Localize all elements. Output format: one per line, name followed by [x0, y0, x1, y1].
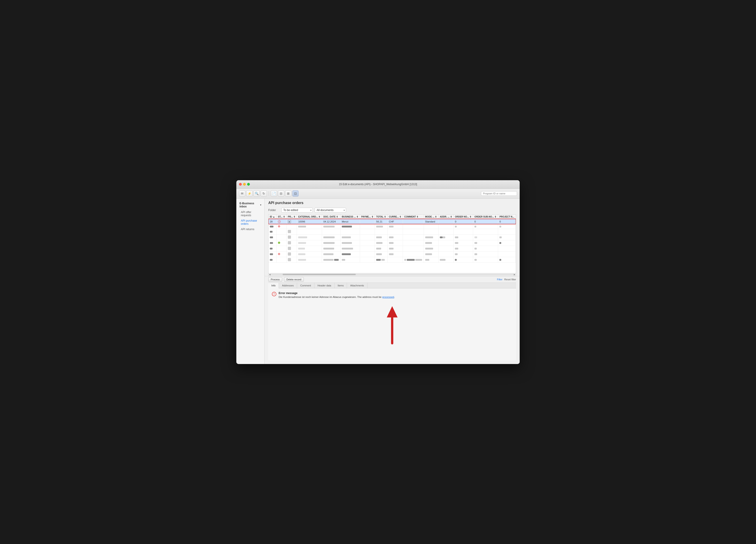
application-window: 15 Edit e-documents (API) - SHOPAPI_Webw…: [236, 180, 520, 364]
sidebar-item-api-returns[interactable]: API returns: [236, 226, 264, 232]
program-search-input[interactable]: [481, 191, 517, 196]
scrollbar-track: [271, 274, 514, 275]
cell-payme: [360, 219, 375, 224]
col-header-project-n[interactable]: PROJECT N...: [498, 214, 516, 219]
scrollbar-thumb[interactable]: [283, 274, 356, 275]
cell-order-no: 0: [454, 219, 473, 224]
traffic-lights: [239, 183, 250, 185]
calendar-view-icon[interactable]: ⊞: [285, 190, 291, 197]
sidebar-item-api-purchase-orders[interactable]: API purchase orders: [236, 218, 264, 226]
main-content: E-Business inbox ▾ API offer requests AP…: [236, 199, 520, 364]
folder-label: Folder: [268, 208, 280, 212]
col-header-comment[interactable]: COMMENT ⇕: [403, 214, 424, 219]
table-row[interactable]: [268, 234, 516, 240]
table-row[interactable]: [268, 246, 516, 251]
col-header-total[interactable]: TOTAL ⇕: [375, 214, 387, 219]
scroll-left-arrow[interactable]: ◀: [269, 274, 271, 276]
error-title: Error message: [279, 292, 395, 295]
sidebar-section-label: E-Business inbox: [239, 202, 259, 208]
toolbar-separator-1: [269, 191, 269, 196]
content-area: API purchase orders Folder To be edited …: [265, 199, 520, 364]
error-message: Die Kundenadresse ist noch keiner Adress…: [279, 296, 395, 298]
col-header-id[interactable]: ID ▲: [268, 214, 276, 219]
error-punctuation: .: [394, 296, 395, 298]
details-panel: Info Addresses Comment Header data Items: [268, 283, 516, 361]
error-content: Error message Die Kundenadresse ist noch…: [279, 292, 395, 298]
cell-doc-date: 04.12.2024: [322, 219, 340, 224]
table-row[interactable]: [268, 257, 516, 262]
table-header-row: ID ▲ ST... ⇕ PR... ⇕ EXTERNAL ORD... ⇕ D…: [268, 214, 516, 219]
sidebar-item-api-offer-requests[interactable]: API offer requests: [236, 209, 264, 218]
chevron-down-icon: ▾: [260, 204, 261, 206]
data-table-container: ID ▲ ST... ⇕ PR... ⇕ EXTERNAL ORD... ⇕ D…: [268, 214, 516, 276]
refresh-icon[interactable]: ↻: [261, 190, 267, 197]
minimize-button[interactable]: [243, 183, 246, 185]
scroll-right-arrow[interactable]: ▶: [514, 274, 515, 276]
processed-link[interactable]: processed: [382, 296, 394, 298]
horizontal-scrollbar[interactable]: ◀ ▶: [268, 273, 516, 276]
col-header-currency[interactable]: CURRE... ⇕: [387, 214, 403, 219]
documents-select-wrapper: All documents: [315, 208, 346, 212]
sidebar: E-Business inbox ▾ API offer requests AP…: [236, 199, 265, 364]
table-row[interactable]: [268, 224, 516, 229]
tabs-bar: Info Addresses Comment Header data Items: [268, 283, 516, 289]
col-header-st[interactable]: ST... ⇕: [276, 214, 286, 219]
error-status-icon: !: [278, 220, 281, 223]
col-header-order-sub-no[interactable]: ORDER SUB-NO... ⇕: [473, 214, 498, 219]
folder-select[interactable]: To be edited: [281, 208, 313, 212]
cell-st: !: [276, 219, 286, 224]
tab-addresses[interactable]: Addresses: [279, 283, 297, 288]
col-header-order-no[interactable]: ORDER NO... ⇕: [454, 214, 473, 219]
tab-attachments[interactable]: Attachments: [347, 283, 367, 288]
cell-addr: [438, 219, 454, 224]
tab-info[interactable]: Info: [268, 283, 279, 289]
details-content: ! Error message Die Kundenadresse ist no…: [268, 289, 516, 361]
table-wrapper[interactable]: ID ▲ ST... ⇕ PR... ⇕ EXTERNAL ORD... ⇕ D…: [268, 214, 516, 273]
table-row[interactable]: [268, 229, 516, 234]
filter-label: Filter: [497, 278, 502, 281]
error-box: ! Error message Die Kundenadresse ist no…: [272, 292, 512, 298]
cell-pr: ▦: [286, 219, 297, 224]
cell-project-n: 0: [498, 219, 516, 224]
svg-marker-2: [387, 306, 398, 318]
reset-filter-label[interactable]: Reset filter: [504, 278, 516, 281]
close-button[interactable]: [239, 183, 242, 185]
sidebar-section-header[interactable]: E-Business inbox ▾: [236, 200, 264, 209]
error-icon: !: [272, 292, 276, 296]
col-header-external-ord[interactable]: EXTERNAL ORD... ⇕: [297, 214, 322, 219]
table-row[interactable]: [268, 240, 516, 246]
table-row-selected[interactable]: 28 ! ▦ 10096 04.12.2024 Menzi: [268, 219, 516, 224]
maximize-button[interactable]: [247, 183, 250, 185]
filter-right: Filter Reset filter: [497, 278, 516, 281]
col-header-mode[interactable]: MODE ... ⇕: [424, 214, 438, 219]
calendar-icon: ▦: [288, 220, 291, 223]
col-header-pr[interactable]: PR... ⇕: [286, 214, 297, 219]
mail-icon[interactable]: ✉: [239, 190, 245, 197]
cell-total: 56.21: [375, 219, 387, 224]
col-header-payme[interactable]: PAYME... ⇕: [360, 214, 375, 219]
filter-icon[interactable]: ⊟: [278, 190, 284, 197]
error-text: Die Kundenadresse ist noch keiner Adress…: [279, 296, 382, 298]
main-toolbar: ✉ ⚡ 🔍 ↻ 📄 ⊟ ⊞ ⊡: [236, 189, 520, 199]
cell-business: Menzi: [340, 219, 360, 224]
table-row[interactable]: [268, 251, 516, 257]
folder-select-wrapper: To be edited: [281, 208, 313, 212]
lightning-icon[interactable]: ⚡: [246, 190, 253, 197]
search-icon[interactable]: 🔍: [253, 190, 260, 197]
red-arrow-icon: [383, 305, 401, 346]
tab-comment[interactable]: Comment: [297, 283, 314, 288]
tab-items[interactable]: Items: [335, 283, 347, 288]
grid-icon[interactable]: ⊡: [292, 190, 299, 197]
arrow-container: [272, 305, 512, 346]
cell-comment: [403, 219, 424, 224]
col-header-business[interactable]: BUSINESS ... ⇕: [340, 214, 360, 219]
documents-select[interactable]: All documents: [315, 208, 346, 212]
document-icon[interactable]: 📄: [271, 190, 277, 197]
col-header-doc-date[interactable]: DOC. DATE ⇕: [322, 214, 340, 219]
cell-order-sub-no: 0: [473, 219, 498, 224]
col-header-addr[interactable]: ADDR. ... ⇕: [438, 214, 454, 219]
process-button[interactable]: Process: [268, 277, 282, 282]
delete-record-button[interactable]: Delete record: [284, 277, 304, 282]
bottom-toolbar: Process Delete record Filter Reset filte…: [265, 276, 520, 283]
tab-header-data[interactable]: Header data: [314, 283, 335, 288]
